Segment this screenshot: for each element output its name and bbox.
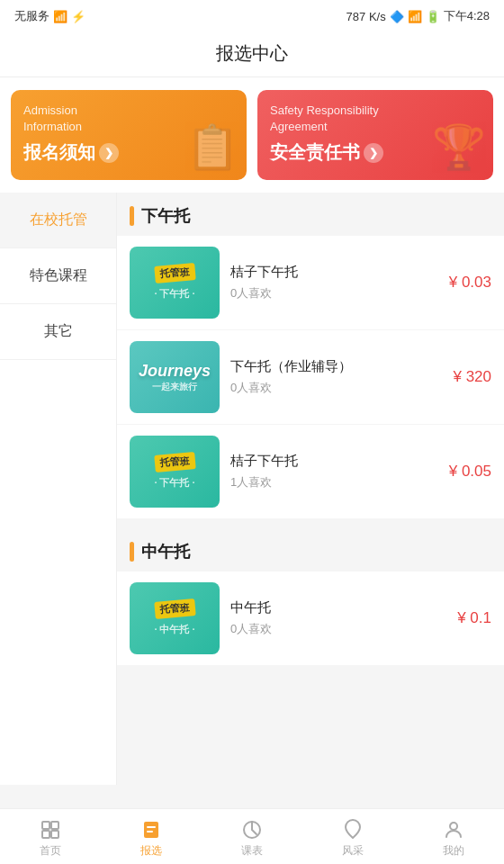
section-dot-lunch [130, 542, 134, 562]
course-info-c2: 下午托（作业辅导） 0人喜欢 [230, 358, 442, 396]
thumb-tag-c4: 托管班 [154, 598, 195, 619]
course-info-c1: 桔子下午托 0人喜欢 [230, 264, 438, 302]
course-info-c3: 桔子下午托 1人喜欢 [230, 453, 438, 490]
course-info-c4: 中午托 0人喜欢 [230, 599, 446, 637]
course-thumb-c3: 托管班 · 下午托 · [130, 436, 220, 508]
page-title: 报选中心 [216, 43, 288, 63]
bottom-nav: 首页 报选 课表 风采 我的 [0, 808, 504, 864]
course-likes-c3: 1人喜欢 [230, 474, 438, 490]
course-thumb-c1: 托管班 · 下午托 · [130, 247, 220, 319]
sidebar: 在校托管 特色课程 其它 [0, 193, 117, 785]
section-lunch-title: 中午托 [141, 541, 190, 562]
nav-item-style[interactable]: 风采 [302, 815, 403, 859]
course-item-c2[interactable]: Journeys 一起来旅行 下午托（作业辅导） 0人喜欢 ¥ 320 [117, 330, 504, 425]
style-icon [342, 819, 364, 841]
nav-label-schedule: 课表 [241, 843, 263, 859]
svg-rect-2 [42, 831, 50, 838]
section-dot [130, 206, 134, 226]
section-afternoon-header: 下午托 [117, 193, 504, 236]
course-likes-c4: 0人喜欢 [230, 621, 446, 637]
course-name-c4: 中午托 [230, 599, 446, 616]
content-area[interactable]: 下午托 托管班 · 下午托 · 桔子下午托 0人喜欢 ¥ 0.03 [117, 193, 504, 785]
thumb-journeys-sub: 一起来旅行 [152, 381, 197, 393]
course-thumb-c2: Journeys 一起来旅行 [130, 341, 220, 413]
course-price-c2: ¥ 320 [453, 368, 491, 386]
course-likes-c1: 0人喜欢 [230, 285, 438, 302]
banner-row: AdmissionInformation 报名须知 ❯ 📋 Safety Res… [0, 77, 504, 193]
admission-deco-icon: 📋 [185, 122, 239, 173]
nav-label-style: 风采 [342, 843, 364, 859]
status-bar: 无服务 📶 ⚡ 787 K/s 🔷 📶 🔋 下午4:28 [0, 0, 504, 32]
time-display: 下午4:28 [444, 8, 490, 24]
thumb-sub-c3: · 下午托 · [154, 476, 194, 490]
admission-arrow: ❯ [99, 143, 119, 163]
main-area: 在校托管 特色课程 其它 下午托 托管班 · 下午托 · [0, 193, 504, 785]
course-name-c2: 下午托（作业辅导） [230, 358, 442, 375]
wifi-icon: 📶 [408, 10, 422, 23]
banner-admission[interactable]: AdmissionInformation 报名须知 ❯ 📋 [11, 90, 247, 180]
nav-item-mine[interactable]: 我的 [403, 815, 504, 859]
schedule-icon [241, 819, 263, 841]
nav-item-home[interactable]: 首页 [0, 815, 101, 859]
mine-icon [443, 819, 464, 841]
course-name-c1: 桔子下午托 [230, 264, 438, 281]
course-item-c3[interactable]: 托管班 · 下午托 · 桔子下午托 1人喜欢 ¥ 0.05 [117, 425, 504, 519]
course-price-c4: ¥ 0.1 [457, 609, 491, 627]
thumb-sub-c4: · 中午托 · [154, 623, 194, 636]
nav-label-report: 报选 [140, 843, 162, 859]
safety-arrow: ❯ [364, 143, 383, 163]
course-list-afternoon: 托管班 · 下午托 · 桔子下午托 0人喜欢 ¥ 0.03 Journeys [117, 236, 504, 519]
course-price-c1: ¥ 0.03 [449, 274, 491, 292]
no-service-text: 无服务 [14, 8, 50, 24]
thumb-journeys-text: Journeys [139, 362, 211, 381]
banner-safety[interactable]: Safety ResponsibilityAgreement 安全责任书 ❯ 🏆 [257, 90, 493, 180]
course-item-c1[interactable]: 托管班 · 下午托 · 桔子下午托 0人喜欢 ¥ 0.03 [117, 236, 504, 330]
section-lunch-header: 中午托 [117, 528, 504, 572]
nav-label-home: 首页 [40, 843, 61, 859]
safety-deco-icon: 🏆 [432, 122, 486, 173]
svg-rect-5 [147, 826, 156, 828]
section-afternoon-title: 下午托 [141, 205, 190, 227]
page-header: 报选中心 [0, 32, 504, 77]
battery-icon: 🔋 [426, 10, 440, 23]
network-speed: 787 K/s [346, 10, 386, 23]
sidebar-item-other[interactable]: 其它 [0, 304, 116, 360]
svg-rect-1 [51, 822, 58, 829]
svg-point-8 [450, 823, 457, 830]
thumb-tag-c1: 托管班 [154, 263, 195, 284]
course-thumb-c4: 托管班 · 中午托 · [130, 582, 220, 654]
svg-rect-0 [42, 822, 50, 829]
thumb-tag-c3: 托管班 [154, 452, 195, 472]
course-likes-c2: 0人喜欢 [230, 380, 442, 396]
nav-item-schedule[interactable]: 课表 [202, 815, 302, 859]
svg-rect-4 [144, 822, 158, 838]
svg-rect-6 [147, 831, 153, 832]
home-icon [40, 819, 61, 841]
report-icon [140, 819, 162, 841]
sidebar-item-special[interactable]: 特色课程 [0, 248, 116, 304]
usb-icon: ⚡ [71, 10, 86, 23]
signal-icon: 📶 [53, 10, 68, 23]
nav-item-report[interactable]: 报选 [101, 815, 202, 859]
status-right: 787 K/s 🔷 📶 🔋 下午4:28 [346, 8, 490, 24]
bluetooth-icon: 🔷 [390, 10, 404, 23]
svg-rect-3 [51, 831, 58, 838]
course-price-c3: ¥ 0.05 [449, 463, 491, 481]
course-list-lunch: 托管班 · 中午托 · 中午托 0人喜欢 ¥ 0.1 [117, 572, 504, 666]
sidebar-item-custody[interactable]: 在校托管 [0, 193, 116, 248]
course-name-c3: 桔子下午托 [230, 453, 438, 470]
status-left: 无服务 📶 ⚡ [14, 8, 86, 24]
nav-label-mine: 我的 [443, 843, 464, 859]
course-item-c4[interactable]: 托管班 · 中午托 · 中午托 0人喜欢 ¥ 0.1 [117, 572, 504, 666]
thumb-sub-c1: · 下午托 · [154, 287, 194, 301]
